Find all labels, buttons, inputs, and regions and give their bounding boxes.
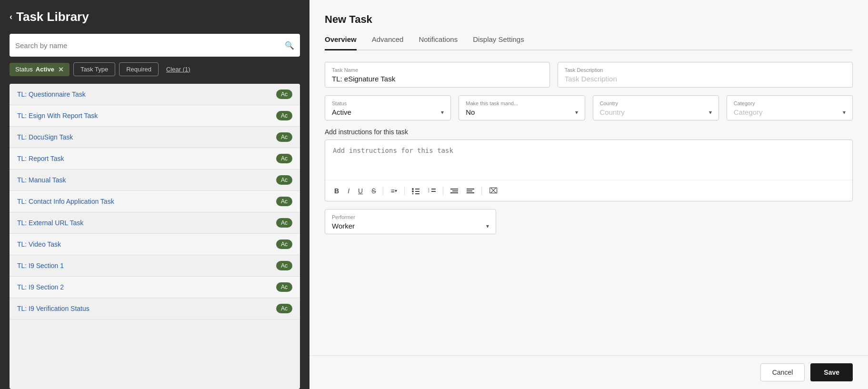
page-title: Task Library bbox=[16, 10, 89, 24]
instructions-box: B I U S ≡ ▾ bbox=[325, 140, 853, 201]
tab-advanced[interactable]: Advanced bbox=[372, 35, 404, 50]
chip-status-label: Status bbox=[15, 66, 33, 73]
save-button[interactable]: Save bbox=[810, 363, 853, 381]
filter-bar: Status Active ✕ Task Type Required Clear… bbox=[10, 62, 300, 76]
svg-text:2: 2 bbox=[428, 190, 429, 193]
instructions-textarea[interactable] bbox=[325, 140, 852, 180]
performer-label: Performer bbox=[332, 214, 489, 220]
svg-rect-15 bbox=[467, 192, 474, 193]
task-name: TL: I9 Verification Status bbox=[17, 305, 90, 312]
tab-bar: Overview Advanced Notifications Display … bbox=[325, 35, 853, 50]
tab-overview[interactable]: Overview bbox=[325, 35, 357, 50]
cancel-button[interactable]: Cancel bbox=[760, 363, 805, 381]
status-filter-chip[interactable]: Status Active ✕ bbox=[10, 63, 70, 76]
italic-button[interactable]: I bbox=[344, 185, 353, 197]
mandatory-select[interactable]: No ▾ bbox=[466, 108, 578, 116]
status-badge: Ac bbox=[276, 154, 292, 163]
performer-field[interactable]: Performer Worker ▾ bbox=[325, 209, 496, 234]
remove-format-button[interactable]: ⌧ bbox=[486, 184, 501, 197]
task-name: TL: Video Task bbox=[17, 240, 61, 248]
task-name-label: Task Name bbox=[332, 67, 543, 73]
svg-point-4 bbox=[412, 193, 413, 194]
status-badge: Ac bbox=[276, 261, 292, 270]
status-badge: Ac bbox=[276, 90, 292, 99]
panel-footer: Cancel Save bbox=[309, 355, 868, 389]
toolbar-divider bbox=[404, 187, 405, 195]
svg-rect-11 bbox=[452, 190, 458, 191]
status-badge: Ac bbox=[276, 304, 292, 313]
status-select[interactable]: Active ▾ bbox=[332, 108, 444, 116]
status-badge: Ac bbox=[276, 175, 292, 185]
task-name-field: Task Name bbox=[325, 62, 550, 88]
table-row[interactable]: TL: I9 Section 1 Ac bbox=[10, 255, 300, 277]
table-row[interactable]: TL: Video Task Ac bbox=[10, 234, 300, 255]
svg-rect-7 bbox=[431, 189, 436, 190]
table-row[interactable]: TL: Report Task Ac bbox=[10, 148, 300, 170]
task-type-filter-button[interactable]: Task Type bbox=[73, 62, 115, 76]
task-name: TL: External URL Task bbox=[17, 219, 83, 227]
status-label: Status bbox=[332, 100, 444, 106]
search-bar: 🔍 bbox=[10, 34, 300, 57]
table-row[interactable]: TL: Contact Info Application Task Ac bbox=[10, 191, 300, 212]
bullet-list-button[interactable] bbox=[409, 186, 423, 196]
search-icon: 🔍 bbox=[285, 41, 294, 50]
bold-button[interactable]: B bbox=[331, 185, 342, 197]
category-field[interactable]: Category Category ▾ bbox=[727, 95, 853, 120]
status-badge: Ac bbox=[276, 282, 292, 292]
svg-rect-14 bbox=[467, 190, 472, 191]
chevron-down-icon: ▾ bbox=[486, 223, 489, 229]
task-description-input[interactable] bbox=[565, 75, 846, 83]
svg-point-2 bbox=[412, 190, 414, 192]
mandatory-field[interactable]: Make this task mand... No ▾ bbox=[459, 95, 585, 120]
align-icon: ≡ bbox=[390, 187, 394, 195]
instructions-section: Add instructions for this task B I U S ≡… bbox=[325, 128, 853, 201]
chevron-down-icon: ▾ bbox=[843, 109, 846, 116]
table-row[interactable]: TL: I9 Section 2 Ac bbox=[10, 277, 300, 298]
clear-filters-button[interactable]: Clear (1) bbox=[162, 63, 194, 76]
back-navigation[interactable]: ‹ Task Library bbox=[10, 10, 300, 24]
indent-left-icon bbox=[450, 188, 458, 194]
back-icon: ‹ bbox=[10, 12, 12, 22]
required-filter-button[interactable]: Required bbox=[119, 62, 159, 76]
country-select[interactable]: Country ▾ bbox=[600, 108, 712, 116]
category-label: Category bbox=[734, 100, 846, 106]
tab-notifications[interactable]: Notifications bbox=[419, 35, 458, 50]
performer-select[interactable]: Worker ▾ bbox=[332, 222, 489, 230]
indent-left-button[interactable] bbox=[447, 186, 461, 196]
mandatory-label: Make this task mand... bbox=[466, 100, 578, 106]
task-name-input[interactable] bbox=[332, 75, 543, 83]
svg-rect-12 bbox=[450, 192, 458, 193]
search-input[interactable] bbox=[15, 41, 285, 50]
category-select[interactable]: Category ▾ bbox=[734, 108, 846, 116]
align-dropdown-arrow: ▾ bbox=[395, 188, 397, 193]
table-row[interactable]: TL: DocuSign Task Ac bbox=[10, 127, 300, 148]
svg-point-0 bbox=[412, 188, 414, 190]
table-row[interactable]: TL: Manual Task Ac bbox=[10, 170, 300, 191]
status-field[interactable]: Status Active ▾ bbox=[325, 95, 451, 120]
table-row[interactable]: TL: Questionnaire Task Ac bbox=[10, 84, 300, 105]
country-field[interactable]: Country Country ▾ bbox=[593, 95, 719, 120]
toolbar-divider bbox=[383, 187, 383, 195]
status-badge: Ac bbox=[276, 239, 292, 249]
numbered-list-button[interactable]: 1 2 bbox=[425, 186, 439, 196]
chip-close-icon[interactable]: ✕ bbox=[58, 66, 64, 73]
task-list: TL: Questionnaire Task Ac TL: Esign With… bbox=[10, 84, 300, 389]
task-name: TL: Contact Info Application Task bbox=[17, 198, 114, 205]
status-badge: Ac bbox=[276, 218, 292, 228]
country-placeholder: Country bbox=[600, 108, 625, 116]
mandatory-value: No bbox=[466, 108, 475, 116]
table-row[interactable]: TL: I9 Verification Status Ac bbox=[10, 298, 300, 319]
underline-button[interactable]: U bbox=[355, 185, 366, 197]
status-badge: Ac bbox=[276, 132, 292, 142]
align-button[interactable]: ≡ ▾ bbox=[387, 185, 400, 197]
tab-display-settings[interactable]: Display Settings bbox=[473, 35, 524, 50]
strikethrough-button[interactable]: S bbox=[368, 185, 379, 197]
task-description-label: Task Description bbox=[565, 67, 846, 73]
task-name: TL: I9 Section 1 bbox=[17, 262, 64, 269]
table-row[interactable]: TL: External URL Task Ac bbox=[10, 212, 300, 234]
status-badge: Ac bbox=[276, 197, 292, 206]
right-panel: New Task Overview Advanced Notifications… bbox=[309, 0, 868, 389]
table-row[interactable]: TL: Esign With Report Task Ac bbox=[10, 105, 300, 127]
indent-right-button[interactable] bbox=[463, 186, 478, 196]
left-panel: ‹ Task Library 🔍 Status Active ✕ Task Ty… bbox=[0, 0, 309, 389]
